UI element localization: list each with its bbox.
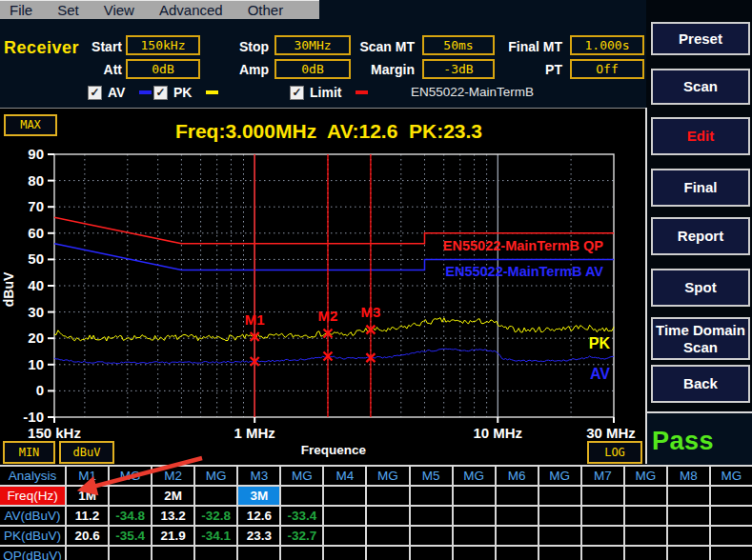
table-cell[interactable]: -34.1: [195, 527, 236, 545]
av-trace-toggle[interactable]: ✓ AV: [88, 85, 152, 100]
table-header-mg-2[interactable]: MG: [110, 467, 151, 485]
side-button-edit[interactable]: Edit: [651, 117, 750, 155]
table-cell[interactable]: [582, 507, 623, 525]
log-scale-button[interactable]: LOG: [587, 441, 642, 464]
att-field[interactable]: 0dB: [126, 59, 200, 79]
table-header-m1-1[interactable]: M1: [67, 467, 108, 485]
pk-trace-toggle[interactable]: ✓ PK: [153, 85, 218, 100]
table-cell[interactable]: [411, 487, 452, 505]
table-cell[interactable]: [411, 527, 452, 545]
table-cell[interactable]: [711, 527, 752, 545]
menu-item-set[interactable]: Set: [57, 1, 79, 20]
table-cell[interactable]: 21.9: [152, 527, 193, 545]
table-row-label-avdbuv[interactable]: AV(dBuV): [0, 507, 65, 525]
table-header-mg-16[interactable]: MG: [711, 467, 752, 485]
table-cell[interactable]: [668, 487, 709, 505]
table-header-m5-9[interactable]: M5: [411, 467, 452, 485]
unit-button[interactable]: dBuV: [59, 441, 114, 464]
table-cell[interactable]: [367, 487, 408, 505]
table-cell[interactable]: -32.8: [195, 507, 236, 525]
table-cell[interactable]: [195, 487, 236, 505]
table-cell[interactable]: [539, 507, 580, 525]
table-cell[interactable]: -35.4: [110, 527, 151, 545]
table-cell[interactable]: [110, 547, 151, 560]
side-button-report[interactable]: Report: [651, 217, 750, 255]
limit-toggle[interactable]: ✓ Limit: [290, 85, 368, 100]
side-button-preset[interactable]: Preset: [651, 22, 750, 55]
table-header-mg-12[interactable]: MG: [539, 467, 580, 485]
side-button-final[interactable]: Final: [651, 169, 750, 207]
table-cell[interactable]: 11.2: [67, 507, 108, 525]
table-cell[interactable]: [367, 547, 408, 560]
table-header-mg-10[interactable]: MG: [454, 467, 495, 485]
table-row-label-freqhz[interactable]: Freq(Hz): [0, 487, 65, 505]
table-cell[interactable]: [324, 547, 365, 560]
table-cell[interactable]: [582, 527, 623, 545]
margin-field[interactable]: -3dB: [422, 59, 495, 79]
table-cell[interactable]: [367, 507, 408, 525]
menu-item-other[interactable]: Other: [248, 1, 284, 20]
max-button[interactable]: MAX: [4, 114, 57, 136]
table-cell[interactable]: 23.3: [238, 527, 279, 545]
table-cell[interactable]: [411, 547, 452, 560]
table-cell[interactable]: [539, 547, 580, 560]
menu-item-advanced[interactable]: Advanced: [159, 1, 223, 20]
table-cell[interactable]: [152, 547, 193, 560]
min-button[interactable]: MIN: [3, 441, 55, 464]
table-cell[interactable]: -34.8: [110, 507, 151, 525]
table-header-m7-13[interactable]: M7: [582, 467, 623, 485]
table-cell[interactable]: 12.6: [238, 507, 279, 525]
table-cell[interactable]: [67, 547, 108, 560]
table-cell[interactable]: [324, 487, 365, 505]
table-cell[interactable]: [711, 487, 752, 505]
table-cell[interactable]: [711, 547, 752, 560]
table-cell[interactable]: [582, 487, 623, 505]
side-button-spot[interactable]: Spot: [651, 269, 750, 307]
table-cell[interactable]: 3M: [238, 487, 279, 505]
table-cell[interactable]: [582, 547, 623, 560]
table-cell[interactable]: [195, 547, 236, 560]
limit-checkbox[interactable]: ✓: [290, 86, 304, 100]
table-cell[interactable]: [454, 487, 495, 505]
side-button-scan[interactable]: Scan: [651, 69, 750, 105]
table-row-label-pkdbuv[interactable]: PK(dBuV): [0, 527, 65, 545]
pt-field[interactable]: Off: [570, 59, 644, 79]
table-cell[interactable]: 20.6: [67, 527, 108, 545]
table-cell[interactable]: [668, 547, 709, 560]
table-cell[interactable]: [281, 547, 322, 560]
table-cell[interactable]: [497, 527, 538, 545]
table-cell[interactable]: [539, 487, 580, 505]
side-button-back[interactable]: Back: [651, 365, 750, 403]
table-cell[interactable]: [711, 507, 752, 525]
table-cell[interactable]: [668, 507, 709, 525]
table-cell[interactable]: [497, 487, 538, 505]
table-header-m2-3[interactable]: M2: [152, 467, 193, 485]
table-cell[interactable]: [454, 547, 495, 560]
table-cell[interactable]: 1M: [67, 487, 108, 505]
table-row-label-qpdbuv[interactable]: QP(dBuV): [0, 547, 65, 560]
table-cell[interactable]: [539, 527, 580, 545]
final-mt-field[interactable]: 1.000s: [570, 35, 644, 55]
table-cell[interactable]: [367, 527, 408, 545]
table-cell[interactable]: -33.4: [281, 507, 322, 525]
side-button-time-domain-scan[interactable]: Time Domain Scan: [651, 317, 750, 360]
table-header-m8-15[interactable]: M8: [668, 467, 709, 485]
table-header-m4-7[interactable]: M4: [324, 467, 365, 485]
stop-field[interactable]: 30MHz: [274, 35, 351, 55]
table-header-mg-4[interactable]: MG: [195, 467, 236, 485]
table-cell[interactable]: [411, 507, 452, 525]
table-cell[interactable]: [324, 527, 365, 545]
pk-checkbox[interactable]: ✓: [153, 86, 168, 100]
table-cell[interactable]: [238, 547, 279, 560]
amp-field[interactable]: 0dB: [274, 59, 351, 79]
table-header-mg-6[interactable]: MG: [281, 467, 322, 485]
scan-mt-field[interactable]: 50ms: [422, 35, 495, 55]
menu-item-file[interactable]: File: [10, 1, 32, 20]
table-cell[interactable]: 2M: [152, 487, 193, 505]
table-cell[interactable]: [625, 507, 666, 525]
table-cell[interactable]: [497, 507, 538, 525]
table-header-m6-11[interactable]: M6: [497, 467, 538, 485]
table-cell[interactable]: [625, 547, 666, 560]
table-header-m3-5[interactable]: M3: [238, 467, 279, 485]
table-cell[interactable]: [497, 547, 538, 560]
